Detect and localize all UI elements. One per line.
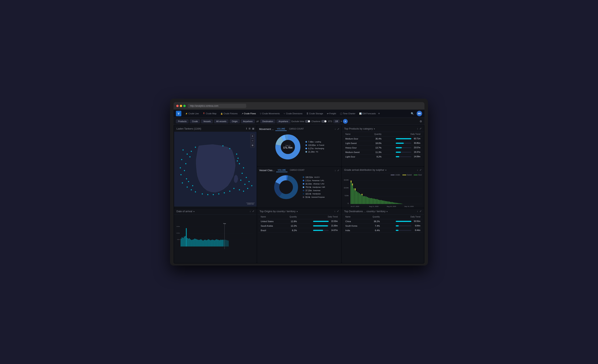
add-nav-icon[interactable]: +: [378, 112, 380, 115]
grade-panel: Grade arrival distribution by sulphur ▾ …: [342, 167, 424, 208]
products-column: Top Products by category ▾ ↓ ⤢ Nam: [342, 126, 424, 208]
products-download-icon[interactable]: ↓: [417, 127, 418, 130]
nav-logo[interactable]: V: [176, 111, 181, 116]
vessel-tabs: VOLUME CARGO COUNT: [276, 168, 306, 172]
legend-fs: 21.34m FS: [306, 151, 324, 153]
browser-chrome: http://analytics.vortexa.com: [174, 102, 424, 110]
filter-anywhere1[interactable]: Anywhere: [241, 119, 255, 123]
products-panel-header: Top Products by category ▾ ↓ ⤢: [342, 126, 424, 132]
svg-rect-67: [357, 192, 358, 204]
nav-item-crude-map[interactable]: 📍 Crude Map: [201, 112, 218, 116]
destinations-dropdown-arrow[interactable]: ▾: [387, 210, 388, 213]
vessel-expand-icon[interactable]: ⤢: [337, 169, 339, 172]
loading-dot: [306, 141, 307, 143]
svg-rect-75: [367, 197, 368, 204]
charterer-toggle[interactable]: Charterer: [312, 120, 327, 123]
tab-cargo[interactable]: CARGO COUNT: [287, 127, 305, 131]
svg-rect-139: [208, 239, 209, 246]
grade-expand-icon[interactable]: ⤢: [420, 169, 422, 171]
destinations-expand-icon[interactable]: ⤢: [420, 210, 422, 213]
origins-col-quantity: Quantity: [283, 215, 299, 219]
map-container[interactable]: + − ⊞ 1000 km: [174, 132, 257, 207]
svg-rect-127: [195, 239, 196, 246]
origins-actions: ↓ ⤢: [334, 210, 339, 213]
exclude-intra-switch[interactable]: [305, 120, 310, 123]
legend-aframax: 30.33m Aframax / LR2: [303, 183, 325, 185]
origins-expand-icon[interactable]: ⤢: [337, 210, 339, 213]
url-bar[interactable]: http://analytics.vortexa.com: [188, 104, 246, 108]
nav-item-crude-movements[interactable]: ▽ Crude Movements: [258, 112, 282, 116]
svg-rect-122: [190, 239, 191, 246]
filter-destination[interactable]: Destination: [260, 119, 275, 123]
table-row: India 6.4% 8.44m: [343, 228, 422, 232]
nav-item-crude-live[interactable]: ⚡ Crude Live: [184, 112, 200, 116]
freight-icon: ⇄: [327, 113, 329, 115]
origins-dropdown-arrow[interactable]: ▾: [297, 210, 298, 213]
svg-rect-152: [221, 240, 222, 247]
nav-item-crude-storage[interactable]: 🗄 Crude Storage: [305, 112, 325, 116]
vessel-class-panel: Vessel Clas... VOLUME CARGO COUNT ↓ ⤢: [257, 167, 341, 208]
settings-icon[interactable]: ⚙: [420, 120, 422, 123]
filter-anywhere2[interactable]: Anywhere: [276, 119, 291, 123]
origins-download-icon[interactable]: ↓: [334, 210, 335, 213]
exclude-intra-toggle[interactable]: Exclude Intra: [291, 120, 310, 123]
layers-button[interactable]: ⊞: [250, 143, 255, 148]
map-grid-icon[interactable]: ⊞: [249, 127, 250, 130]
search-nav-button[interactable]: 🔍: [410, 111, 415, 116]
svg-text:10.0m: 10.0m: [344, 187, 349, 189]
date-expand-icon[interactable]: ⤢: [252, 210, 254, 213]
chevron-down-sts: ▾: [341, 120, 342, 122]
fullscreen-button[interactable]: [183, 105, 186, 107]
vessel-download-icon[interactable]: ↓: [335, 169, 336, 172]
svg-rect-113: [181, 239, 181, 246]
vessel-tab-volume[interactable]: VOLUME: [276, 168, 287, 172]
nav-item-crude-diversions[interactable]: ⤷ Crude Diversions: [282, 112, 304, 116]
date-dropdown-arrow[interactable]: ▾: [193, 210, 194, 213]
charterer-switch[interactable]: [321, 120, 327, 123]
grade-chart-container: Undet. Sweet Sour: [342, 173, 424, 208]
minimize-button[interactable]: [180, 105, 182, 107]
grade-download-icon[interactable]: ↓: [417, 169, 418, 171]
svg-rect-118: [186, 228, 187, 246]
map-info-icon[interactable]: ℹ: [246, 127, 247, 130]
products-dropdown-arrow[interactable]: ▾: [374, 128, 375, 130]
sts-value[interactable]: Off: [333, 120, 340, 123]
zoom-out-button[interactable]: −: [250, 139, 255, 143]
lock-icon: 🔒: [220, 113, 223, 115]
svg-rect-134: [203, 240, 203, 246]
close-button[interactable]: [176, 105, 179, 107]
tab-volume[interactable]: VOLUME: [275, 127, 287, 131]
nav-item-crude-flows[interactable]: ↗ Crude Flows: [240, 112, 257, 116]
pin-icon: 📍: [203, 113, 205, 115]
map-table-icon[interactable]: ▦: [252, 127, 254, 130]
svg-text:15.0m: 15.0m: [344, 179, 349, 181]
filter-all-vessels[interactable]: All vessels: [214, 119, 228, 123]
add-filter-button[interactable]: +: [343, 119, 348, 124]
date-download-icon[interactable]: ↓: [249, 210, 251, 213]
nav-item-time-charter[interactable]: ◯ Time Charter: [339, 112, 357, 116]
grade-dropdown-arrow[interactable]: ▾: [385, 169, 386, 171]
nav-item-freight[interactable]: ⇄ Freight: [325, 112, 338, 116]
filter-origin[interactable]: Origin: [230, 119, 240, 123]
date-chart-svg: 15.0m 10.0m 5.0m Today: [176, 215, 255, 261]
zoom-in-button[interactable]: +: [250, 134, 255, 138]
filter-crude[interactable]: Crude: [190, 119, 200, 123]
filter-vessels[interactable]: Vessels: [201, 119, 213, 123]
products-actions: ↓ ⤢: [417, 127, 422, 130]
movement-panel: Movement ... VOLUME CARGO COUNT ↓ ⤢: [257, 126, 341, 166]
svg-rect-74: [366, 197, 367, 204]
vessel-tab-cargo[interactable]: CARGO COUNT: [288, 168, 306, 172]
filter-products[interactable]: Products: [176, 119, 189, 123]
nav-item-eia-forecasts[interactable]: 📊 EIA Forecasts: [358, 112, 377, 116]
svg-rect-64: [355, 190, 356, 204]
svg-rect-80: [374, 199, 375, 204]
products-expand-icon[interactable]: ⤢: [420, 127, 422, 130]
products-title: Top Products by category ▾: [344, 127, 375, 130]
expand-icon[interactable]: ⤢: [337, 128, 339, 130]
download-icon[interactable]: ↓: [335, 128, 336, 130]
main-grid: Laden Tankers (1164) ℹ ⊞ ▦: [174, 125, 424, 264]
nav-item-crude-fixtures[interactable]: 🔒 Crude Fixtures: [219, 112, 239, 116]
table-row: Brazil 8.2% 14.07m: [259, 228, 340, 232]
destinations-download-icon[interactable]: ↓: [417, 210, 418, 213]
user-avatar[interactable]: MR: [417, 111, 422, 116]
